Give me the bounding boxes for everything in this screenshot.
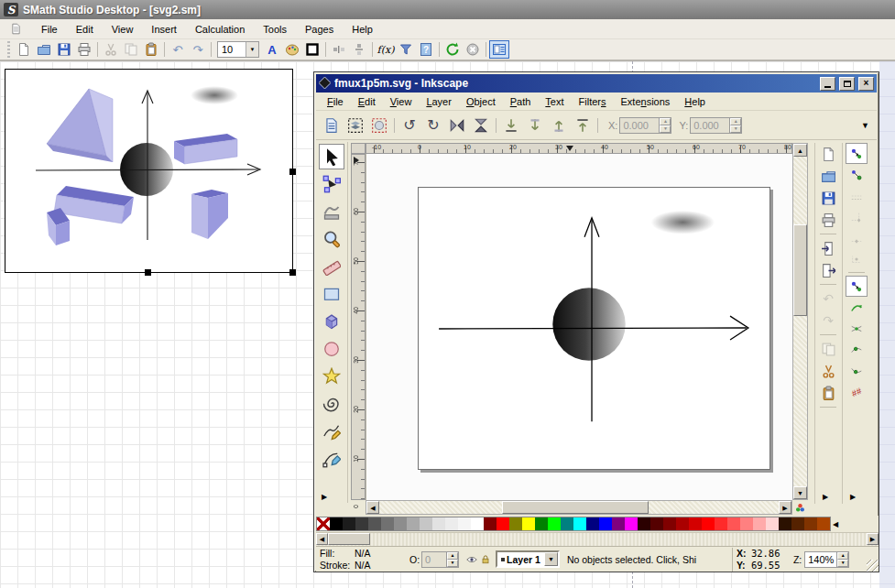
redo-button[interactable]: ↷ [817,310,839,332]
palette-swatch[interactable] [368,517,381,530]
palette-swatch[interactable] [766,517,779,530]
palette-swatch[interactable] [612,517,625,530]
horizontal-ruler[interactable]: -1001020304050607080 [366,143,792,154]
tweak-tool[interactable] [319,199,344,224]
flip-horizontal-button[interactable] [445,114,469,137]
palette-swatch[interactable] [663,517,676,530]
palette-swatch[interactable] [817,517,830,530]
function-button[interactable]: f(x) [376,40,396,59]
palette-swatch[interactable] [432,517,445,530]
measure-tool[interactable] [319,254,344,279]
vertical-ruler[interactable]: 706050403020100 [351,154,366,500]
palette-scrollbar[interactable]: ◀ ▶ [316,532,879,546]
resize-grip[interactable] [867,560,879,572]
smath-titlebar[interactable]: S SMath Studio Desktop - [svg2.sm] [0,0,895,19]
align-vertical-button[interactable] [349,40,369,59]
palette-swatch[interactable] [548,517,561,530]
close-button[interactable]: × [858,77,874,91]
inkscape-menu-filters[interactable]: Filters [572,94,614,109]
smath-menu-calculation[interactable]: Calculation [187,21,253,38]
palette-swatch[interactable] [804,517,817,530]
palette-swatch[interactable] [727,517,740,530]
open-button[interactable] [817,165,839,187]
scroll-right-button[interactable]: ▶ [779,501,791,514]
lower-to-bottom-button[interactable] [499,114,523,137]
opacity-field[interactable]: 0 ▲▼ [421,551,459,568]
palette-swatch[interactable] [638,517,650,530]
border-button[interactable] [302,40,322,59]
font-size-combo[interactable]: 10▼ [217,41,259,58]
lower-button[interactable] [523,114,547,137]
interrupt-button[interactable] [463,40,483,59]
paste-button[interactable] [141,40,161,59]
palette-swatch[interactable] [420,517,432,530]
palette-swatch[interactable] [779,517,791,530]
snap-nodes-button[interactable] [846,276,868,297]
vscroll-thumb[interactable] [793,224,807,316]
rectangle-tool[interactable] [319,281,344,307]
fill-stroke-indicator[interactable]: Fill: N/A Stroke: N/A [316,548,386,572]
layer-dropdown-icon[interactable]: ▼ [544,552,558,566]
rotate-cw-button[interactable]: ↻ [421,114,445,137]
vertical-scrollbar[interactable]: ▲ ▼ [792,143,808,500]
spiral-tool[interactable] [319,391,344,417]
smath-menu-pages[interactable]: Pages [297,21,342,38]
opacity-spinner[interactable]: ▲▼ [446,552,458,567]
inkscape-menu-layer[interactable]: Layer [419,94,459,109]
scroll-down-button[interactable]: ▼ [793,486,807,499]
smath-menu-view[interactable]: View [104,21,142,38]
palette-swatch[interactable] [573,517,586,530]
zoom-tool[interactable] [319,226,344,252]
layer-visibility-icon[interactable] [464,552,478,566]
snap-bounding-box-button[interactable] [846,164,868,185]
smath-menu-tools[interactable]: Tools [255,21,295,38]
inkscape-menu-edit[interactable]: Edit [351,94,383,109]
print-button[interactable] [74,40,94,59]
palette-overflow-icon[interactable]: ◀ [833,520,838,528]
save-button[interactable] [54,40,74,59]
smath-menu-help[interactable]: Help [344,21,381,38]
selector-tool[interactable] [319,144,344,169]
select-all-in-all-layers-button[interactable] [344,114,367,137]
palette-swatch[interactable] [458,517,471,530]
inkscape-menu-help[interactable]: Help [677,94,713,109]
palette-swatch[interactable] [343,517,355,530]
snap-bbox-edges-button[interactable] [846,185,868,206]
palette-scroll-thumb[interactable] [328,533,370,545]
palette-swatch[interactable] [484,517,497,530]
toolbox-overflow-icon[interactable]: ▶ [316,493,327,501]
undo-button[interactable]: ↶ [817,288,839,310]
inkscape-menu-extensions[interactable]: Extensions [614,94,678,109]
copy-button[interactable] [121,40,141,59]
filter-button[interactable] [396,40,416,59]
x-position-spinner[interactable]: ▲▼ [659,118,671,133]
horizontal-scrollbar[interactable]: ◀ ▶ [366,500,792,515]
align-horizontal-button[interactable] [329,40,349,59]
palette-button[interactable] [282,40,302,59]
reference-button[interactable]: ? [416,40,436,59]
scroll-up-button[interactable]: ▲ [793,144,807,157]
print-button[interactable] [817,209,839,231]
rotate-ccw-button[interactable]: ↺ [398,114,421,137]
palette-scroll-left-button[interactable]: ◀ [316,533,328,545]
snap-bbox-centers-button[interactable] [846,248,868,269]
palette-scroll-right-button[interactable]: ▶ [867,533,879,545]
palette-swatch[interactable] [650,517,663,530]
show-panels-button[interactable] [489,40,509,59]
palette-swatch[interactable] [791,517,804,530]
redo-button[interactable]: ↷ [188,40,208,59]
save-button[interactable] [817,187,839,209]
inkscape-menu-path[interactable]: Path [503,94,539,109]
inkscape-menu-file[interactable]: File [320,94,351,109]
export-button[interactable] [817,259,839,281]
snap-enabled-button[interactable] [846,143,868,164]
palette-swatch[interactable] [522,517,535,530]
inkscape-menu-text[interactable]: Text [538,94,571,109]
y-position-field[interactable]: 0.000▲▼ [690,117,742,134]
palette-swatch[interactable] [535,517,548,530]
node-editor-tool[interactable] [319,171,344,197]
palette-swatch[interactable] [355,517,368,530]
palette-swatch[interactable] [445,517,458,530]
pen-tool[interactable] [319,446,344,472]
selection-handle-corner[interactable] [289,269,296,276]
